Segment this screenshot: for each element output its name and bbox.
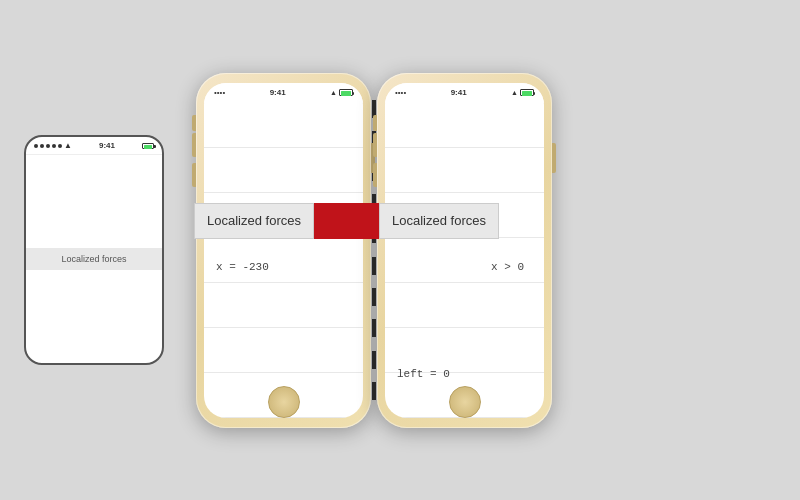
code-right-bottom: left = 0 [397,368,450,380]
wifi-icon: ▲ [64,141,72,150]
iphone-left-screen: •••• 9:41 ▲ [204,83,363,418]
status-time: 9:41 [99,141,115,150]
home-button-left[interactable] [268,386,300,418]
power-button-r [552,143,556,173]
mute-button-r [373,115,377,131]
label-banner-right: Localized forces [327,203,499,239]
wireframe-label: Localized forces [26,248,162,270]
screen-line [385,148,544,193]
volume-down-button [192,163,196,187]
wireframe-phone: ▲ 9:41 Localized forces [24,135,164,365]
screen-status-left: •••• 9:41 ▲ [204,83,363,103]
screen-line [385,283,544,328]
screen-line [204,283,363,328]
screen-line [204,328,363,373]
code-right-top: x > 0 [491,261,524,273]
status-battery-left: ▲ [330,89,353,96]
status-signal-left: •••• [214,88,225,97]
volume-down-button-r [373,163,377,187]
mute-button [192,115,196,131]
signal-icon [34,144,62,148]
status-time-left: 9:41 [270,88,286,97]
home-button-right[interactable] [449,386,481,418]
label-text-left: Localized forces [194,203,314,239]
volume-up-button [192,133,196,157]
status-signal-right: •••• [395,88,406,97]
screen-line [385,103,544,148]
status-battery-right: ▲ [511,89,534,96]
phones-container: •••• 9:41 ▲ [196,73,552,428]
iphone-left: •••• 9:41 ▲ [196,73,371,428]
screen-status-right: •••• 9:41 ▲ [385,83,544,103]
volume-up-button-r [373,133,377,157]
iphone-right: •••• 9:41 ▲ [377,73,552,428]
screen-line [204,103,363,148]
iphone-left-wrap: •••• 9:41 ▲ [196,73,371,428]
screen-line [385,328,544,373]
label-text-right: Localized forces [379,203,499,239]
screen-line [204,148,363,193]
status-bar: ▲ 9:41 [26,137,162,155]
code-left: x = -230 [216,261,269,273]
iphone-right-wrap: •••• 9:41 ▲ [377,73,552,428]
battery-icon [142,143,154,149]
wireframe-content: Localized forces [26,155,162,363]
status-time-right: 9:41 [451,88,467,97]
red-box-right [327,203,379,239]
